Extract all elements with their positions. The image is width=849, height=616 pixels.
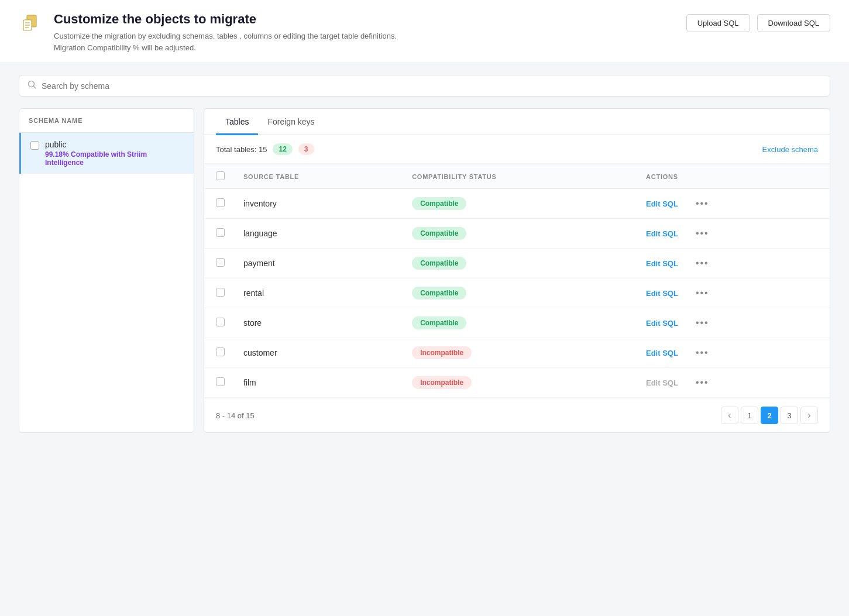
page-2-button[interactable]: 2 [761,407,778,424]
table-header-row: SOURCE TABLE COMPATIBILITY STATUS ACTION… [204,164,830,189]
more-actions-button-0[interactable]: ••• [692,197,713,210]
schema-column-header: SCHEMA NAME [19,109,194,133]
download-sql-button[interactable]: Download SQL [757,14,830,32]
col-source-table: SOURCE TABLE [234,164,403,189]
page-wrapper: Customize the objects to migrate Customi… [0,0,849,616]
prev-page-button[interactable]: ‹ [721,407,738,424]
compat-status-cell: Incompatible [403,338,637,368]
source-table-name: rental [234,278,403,308]
status-badge-3: Compatible [412,287,466,300]
row-checkbox-2[interactable] [216,258,225,267]
table-row: film Incompatible Edit SQL ••• [204,368,830,398]
status-badge-5: Incompatible [412,346,472,359]
schema-sidebar: SCHEMA NAME public 99.18% Compatible wit… [19,108,194,433]
search-input[interactable] [42,81,821,91]
col-actions: ACTIONS [637,164,830,189]
more-actions-button-5[interactable]: ••• [692,346,713,359]
migrate-icon [19,12,44,37]
more-actions-button-2[interactable]: ••• [692,257,713,270]
select-all-checkbox[interactable] [216,171,225,180]
table-summary-row: Total tables: 15 12 3 Exclude schema [204,135,830,164]
compat-status-cell: Compatible [403,189,637,219]
compat-status-cell: Compatible [403,308,637,338]
table-row: payment Compatible Edit SQL ••• [204,249,830,278]
tab-foreign-keys[interactable]: Foreign keys [258,109,324,135]
actions-cell: Edit SQL ••• [637,249,830,278]
next-page-button[interactable]: › [800,407,818,424]
actions-group-4: Edit SQL ••• [646,316,820,329]
row-checkbox-1[interactable] [216,228,225,237]
description-line1: Customize the migration by excluding sch… [54,30,397,42]
table-row: rental Compatible Edit SQL ••• [204,278,830,308]
more-actions-button-1[interactable]: ••• [692,227,713,240]
row-checkbox-3[interactable] [216,288,225,297]
row-checkbox-5[interactable] [216,347,225,356]
tab-tables[interactable]: Tables [216,109,258,135]
actions-cell: Edit SQL ••• [637,368,830,398]
row-checkbox-cell [204,189,234,219]
row-checkbox-6[interactable] [216,377,225,386]
actions-cell: Edit SQL ••• [637,338,830,368]
schema-compat: 99.18% Compatible with Striim Intelligen… [45,150,184,167]
page-1-button[interactable]: 1 [741,407,758,424]
incompatible-count-badge: 3 [298,143,314,155]
source-table-name: store [234,308,403,338]
actions-cell: Edit SQL ••• [637,189,830,219]
status-badge-4: Compatible [412,316,466,329]
row-checkbox-4[interactable] [216,318,225,326]
row-checkbox-cell [204,249,234,278]
page-3-button[interactable]: 3 [781,407,798,424]
tables-panel: Tables Foreign keys Total tables: 15 12 … [204,108,830,433]
source-table-name: customer [234,338,403,368]
svg-line-6 [34,87,36,89]
source-table-name: language [234,219,403,249]
status-badge-1: Compatible [412,227,466,240]
edit-sql-button-3[interactable]: Edit SQL [646,289,678,298]
exclude-schema-button[interactable]: Exclude schema [762,145,818,154]
row-checkbox-cell [204,278,234,308]
table-row: inventory Compatible Edit SQL ••• [204,189,830,219]
table-row: store Compatible Edit SQL ••• [204,308,830,338]
search-icon [28,80,37,91]
row-checkbox-cell [204,308,234,338]
row-checkbox-cell [204,368,234,398]
header: Customize the objects to migrate Customi… [0,0,849,63]
edit-sql-button-1[interactable]: Edit SQL [646,229,678,238]
actions-group-6: Edit SQL ••• [646,376,820,389]
actions-group-5: Edit SQL ••• [646,346,820,359]
more-actions-button-6[interactable]: ••• [692,376,713,389]
table-row: customer Incompatible Edit SQL ••• [204,338,830,368]
header-text: Customize the objects to migrate Customi… [54,12,397,53]
edit-sql-button-4[interactable]: Edit SQL [646,319,678,328]
compat-status-cell: Compatible [403,278,637,308]
row-checkbox-cell [204,219,234,249]
main-content: SCHEMA NAME public 99.18% Compatible wit… [0,108,849,452]
more-actions-button-4[interactable]: ••• [692,316,713,329]
schema-item-info: public 99.18% Compatible with Striim Int… [45,140,184,167]
status-badge-2: Compatible [412,257,466,270]
row-checkbox-0[interactable] [216,198,225,207]
edit-sql-button-5[interactable]: Edit SQL [646,349,678,357]
source-table-name: inventory [234,189,403,219]
header-actions: Upload SQL Download SQL [686,12,830,32]
pagination-info: 8 - 14 of 15 [216,411,255,420]
col-checkbox [204,164,234,189]
schema-checkbox[interactable] [30,141,39,150]
data-table: SOURCE TABLE COMPATIBILITY STATUS ACTION… [204,164,830,398]
description-line2: Migration Compatibility % will be adjust… [54,42,397,54]
schema-item[interactable]: public 99.18% Compatible with Striim Int… [19,133,194,174]
edit-sql-button-0[interactable]: Edit SQL [646,199,678,208]
actions-cell: Edit SQL ••• [637,219,830,249]
row-checkbox-cell [204,338,234,368]
compat-status-cell: Incompatible [403,368,637,398]
edit-sql-button-2[interactable]: Edit SQL [646,259,678,268]
header-left: Customize the objects to migrate Customi… [19,12,397,53]
pagination-controls: ‹ 1 2 3 › [721,407,818,424]
more-actions-button-3[interactable]: ••• [692,287,713,300]
actions-cell: Edit SQL ••• [637,278,830,308]
compat-status-cell: Compatible [403,249,637,278]
col-compat-status: COMPATIBILITY STATUS [403,164,637,189]
actions-group-0: Edit SQL ••• [646,197,820,210]
search-bar [19,75,830,97]
upload-sql-button[interactable]: Upload SQL [686,14,750,32]
